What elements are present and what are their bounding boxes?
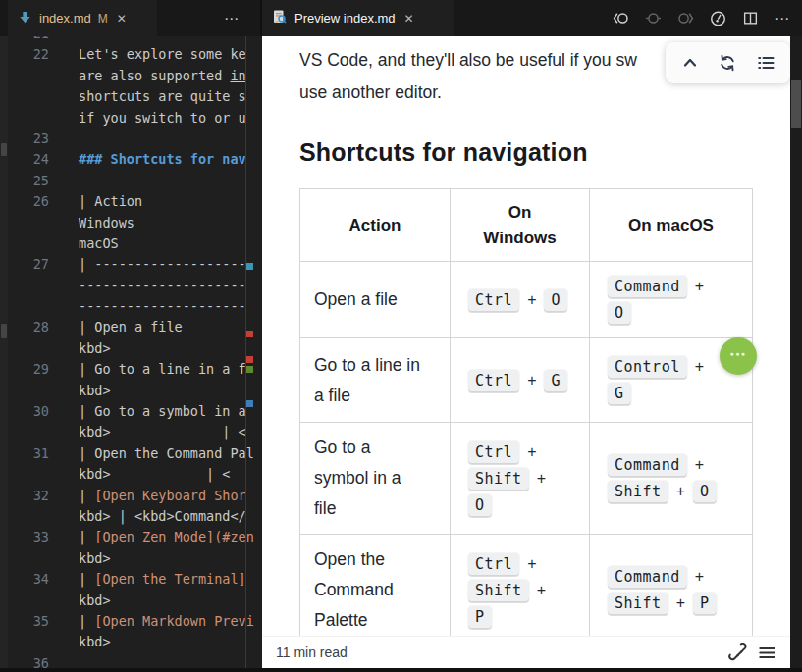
kbd-key: Control (608, 356, 687, 378)
link-icon[interactable] (725, 641, 749, 664)
tab-bar: index.md M ✕ ⋯ Preview index.md ✕ (0, 0, 802, 36)
overview-ruler-mark (246, 366, 253, 373)
line-number (8, 233, 49, 254)
window-bottom-edge (0, 668, 802, 672)
code-text: kbd> (79, 591, 111, 611)
navigate-previous-icon[interactable] (641, 7, 665, 30)
line-number: 36 (8, 653, 49, 668)
code-text: are also supported in (79, 66, 246, 86)
floating-action-button[interactable]: ●●● (720, 337, 757, 375)
section-heading: Shortcuts for navigation (299, 138, 588, 167)
line-number: 24 (8, 149, 49, 170)
tab-index-md[interactable]: index.md M ✕ (8, 0, 157, 36)
kbd-key: P (468, 606, 492, 628)
close-icon[interactable]: ✕ (117, 12, 127, 26)
plus-sign: + (695, 278, 704, 295)
code-line[interactable]: 26| Action (8, 191, 262, 212)
code-line[interactable]: 29| Go to a line in a f (8, 359, 262, 380)
code-line[interactable]: 34| [Open the Terminal] (8, 569, 262, 590)
plus-sign: + (537, 470, 546, 488)
navigate-back-icon[interactable] (609, 7, 632, 30)
list-icon[interactable] (754, 51, 777, 75)
code-line[interactable]: kbd> (8, 632, 262, 652)
code-line[interactable]: 27| ------------------- (8, 254, 262, 275)
code-line[interactable]: kbd> (8, 338, 262, 359)
code-line[interactable]: Windows (8, 213, 262, 233)
code-line[interactable]: if you switch to or u (8, 108, 262, 129)
kbd-key: Command (608, 454, 687, 476)
code-line[interactable]: kbd> (8, 591, 262, 611)
code-line[interactable]: shortcuts are quite s (8, 86, 262, 107)
close-icon[interactable]: ✕ (404, 12, 414, 26)
code-line[interactable]: 32| [Open Keyboard Shor (8, 486, 262, 506)
modified-badge: M (98, 12, 108, 26)
editor-group-more-button[interactable]: ⋯ (216, 0, 247, 36)
code-line[interactable]: 31| Open the Command Pal (8, 443, 262, 464)
code-line[interactable]: --------------------- (8, 296, 262, 317)
scrollbar-thumb[interactable] (791, 80, 801, 128)
windows-cell: Ctrl+O (451, 262, 590, 338)
code-line[interactable]: 25 (8, 171, 262, 191)
code-text: | [Open Markdown Previ (79, 611, 254, 632)
action-cell: Open theCommandPalette (300, 535, 451, 639)
table-row: Go to a line ina fileCtrl+GControl+G (300, 338, 753, 423)
preview-floating-toolbar (666, 42, 790, 83)
code-line[interactable]: 23 (8, 129, 262, 149)
line-number: 25 (8, 171, 49, 191)
code-text: | [Open Keyboard Shor (79, 486, 246, 506)
code-line[interactable]: 24### Shortcuts for nav (8, 149, 262, 170)
kbd-key: P (693, 593, 717, 614)
code-text: | ------------------- (79, 254, 246, 275)
line-number: 27 (8, 254, 49, 275)
split-editor-icon[interactable] (738, 7, 762, 30)
code-text: kbd> | < (79, 422, 246, 442)
code-line[interactable]: are also supported in (8, 66, 262, 86)
preview-status-icon[interactable] (706, 7, 729, 30)
code-line[interactable]: --------------------- (8, 276, 262, 296)
code-line[interactable]: kbd> (8, 548, 262, 569)
kbd-key: G (608, 383, 631, 404)
code-line[interactable]: 28| Open a file (8, 317, 262, 337)
code-text: kbd> (79, 548, 111, 569)
line-number (8, 213, 49, 233)
line-number (8, 464, 49, 485)
overview-ruler-mark (246, 263, 253, 270)
code-line[interactable]: kbd> | <kbd>Command</ (8, 506, 262, 527)
code-text: | Open a file (79, 317, 183, 337)
navigate-forward-icon[interactable] (673, 7, 697, 30)
kbd-key: Ctrl (468, 553, 519, 575)
code-line[interactable]: 35| [Open Markdown Previ (8, 611, 262, 632)
macos-cell: Command+Shift+P (590, 535, 753, 639)
code-text: --------------------- (79, 296, 246, 317)
tab-preview-index-md[interactable]: Preview index.md ✕ (262, 0, 454, 36)
code-line[interactable]: kbd> | < (8, 464, 262, 485)
code-line[interactable]: 30| Go to a symbol in a (8, 401, 262, 422)
more-actions-icon[interactable]: ⋯ (771, 7, 794, 30)
table-row: Go to asymbol in afileCtrl+Shift+OComman… (300, 423, 753, 535)
code-line[interactable]: 36 (8, 653, 262, 668)
line-number (8, 86, 49, 107)
editor-pane[interactable]: 2122Let's explore some keare also suppor… (0, 36, 262, 668)
kbd-key: Ctrl (468, 289, 519, 311)
code-text: | Open the Command Pal (79, 443, 254, 464)
code-line[interactable]: macOS (8, 233, 262, 254)
menu-icon[interactable] (755, 641, 778, 664)
code-line[interactable]: 22Let's explore some ke (8, 44, 262, 65)
preview-file-icon (272, 9, 288, 27)
code-content[interactable]: 2122Let's explore some keare also suppor… (8, 36, 262, 668)
line-number: 29 (8, 359, 49, 380)
markdown-preview-pane[interactable]: VS Code, and they'll also be useful if y… (262, 36, 790, 668)
kbd-key: O (544, 289, 567, 311)
editor-left-strip (0, 36, 8, 668)
code-line[interactable]: 33| [Open Zen Mode](#zen (8, 527, 262, 547)
collapse-up-icon[interactable] (678, 51, 702, 75)
code-text: kbd> (79, 338, 111, 359)
code-line[interactable]: kbd> (8, 381, 262, 401)
macos-cell: Command+Shift+O (590, 423, 753, 535)
code-text: Windows (79, 213, 134, 233)
code-line[interactable]: kbd> | < (8, 422, 262, 442)
refresh-icon[interactable] (716, 51, 739, 75)
code-line[interactable]: 21 (8, 36, 262, 44)
preview-scrollbar[interactable] (790, 36, 802, 668)
kbd-key: Shift (468, 468, 529, 490)
